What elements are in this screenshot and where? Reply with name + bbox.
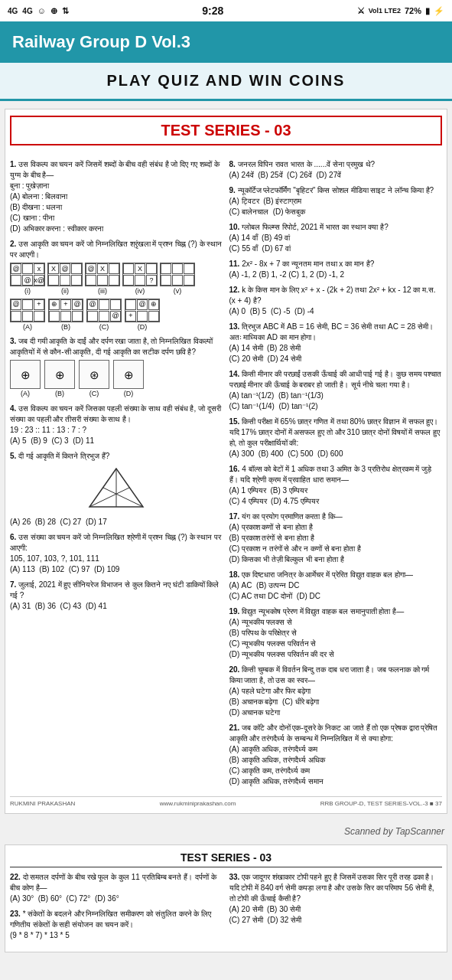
charging-icon: ⚡ (434, 6, 444, 16)
publisher-website: www.rukminiprakashan.com (160, 800, 236, 807)
question-10: 10. ग्लोबल फिल्म्स रिपोर्ट, 2021 में भार… (229, 222, 443, 254)
q2-answer-C: @ @ (86, 299, 122, 322)
q10-text: 10. ग्लोबल फिल्म्स रिपोर्ट, 2021 में भार… (229, 222, 443, 254)
q3-shape-A: ⊕ (10, 360, 41, 389)
q18-text: 18. एक दिष्टधारा जनित्र के आर्मेचर में प… (229, 570, 443, 602)
q15-text: 15. किसी परीक्षा में 65% छात्र गणित में … (229, 416, 443, 459)
vol-text: Vol1 LTE2 (369, 7, 401, 15)
question-23: 23. * संकेतों के बदलने और निम्नलिखित समी… (10, 909, 223, 941)
second-section-title: TEST SERIES - 03 (10, 851, 442, 867)
question-21: 21. जब कॉटे और दोनों एक-दूसरे के निकट आ … (229, 723, 443, 787)
q3-shape-B: ⊕ (44, 360, 75, 389)
second-questions-grid: 22. दो समतल दर्पणों के बीच रखे फूल के कु… (10, 872, 442, 946)
signal-area: 4G 4G ☺ ⊕ ⇅ (8, 6, 69, 16)
q5-text: 5. दी गई आकृति में कितने त्रिभुज हैं? (10, 451, 223, 462)
q33-text: 33. एक जादूगर शंखाकार टोपी पहने हुए है ज… (229, 872, 443, 926)
signal1-text: 4G (8, 7, 18, 15)
q19-text: 19. विद्युत न्यूभकोष प्रेरण में विद्युत … (229, 606, 443, 660)
q11-text: 11. 2x² - 8x + 7 का न्यूनतम मान तथा x का… (229, 259, 443, 280)
question-17: 17. यंग का प्रयोग प्रमाणित करता है कि— (… (229, 511, 443, 565)
content-footer: RUKMINI PRAKASHAN www.rukminiprakashan.c… (10, 796, 442, 807)
question-18: 18. एक दिष्टधारा जनित्र के आर्मेचर में प… (229, 570, 443, 602)
plus-icon: ⊕ (50, 6, 57, 16)
main-content-card: TEST SERIES - 03 1. उस विकल्प का चयन करे… (5, 109, 447, 814)
q3-shape-D: ⊕ (113, 360, 144, 389)
q7-text: 7. जुलाई, 2021 में हुए सीनियरेज विभाजन स… (10, 580, 223, 612)
q2-matrix-1: @ x @x@ (10, 263, 45, 286)
publisher-name: RUKMINI PRAKASHAN (10, 800, 75, 807)
question-6: 6. उस संख्या का चयन करें जो निम्नलिखित श… (10, 532, 223, 575)
q2-answer-B: ⊕+ @ (48, 299, 83, 322)
battery-area: ⚔ Vol1 LTE2 72% ▮ ⚡ (357, 6, 444, 16)
q2-answer-D: @ ⊕+ (125, 299, 160, 322)
second-section: TEST SERIES - 03 22. दो समतल दर्पणों के … (5, 844, 447, 952)
question-5: 5. दी गई आकृति में कितने त्रिभुज हैं? (A… (10, 451, 223, 528)
q22-text: 22. दो समतल दर्पणों के बीच रखे फूल के कु… (10, 872, 223, 904)
q2-matrix-4: X ? (122, 263, 158, 286)
triangle-figure (86, 465, 147, 511)
signal2-text: 4G (22, 7, 32, 15)
whatsapp-icon: ☺ (37, 6, 46, 15)
question-7: 7. जुलाई, 2021 में हुए सीनियरेज विभाजन स… (10, 580, 223, 612)
question-13: 13. त्रिभुज ABC में AB = 16 सेमी, BC = 3… (229, 322, 443, 364)
q20-text: 20. किसी चुम्बक में विवर्तन बिन्दु तक दा… (229, 665, 443, 718)
q2-matrix-2: X@ (47, 263, 83, 286)
alarm-icon: ⚔ (357, 6, 365, 16)
q3-shape-C: ⊛ (79, 360, 109, 389)
question-1: 1. उस विकल्प का चयन करें जिसमें शब्दों क… (10, 159, 223, 234)
q17-text: 17. यंग का प्रयोग प्रमाणित करता है कि— (… (229, 511, 443, 565)
scanned-by: Scanned by TapScanner (0, 822, 452, 841)
second-right-column: 33. एक जादूगर शंखाकार टोपी पहने हुए है ज… (229, 872, 443, 946)
test-series-title: TEST SERIES - 03 (10, 116, 442, 145)
q12-text: 12. k के किस मान के लिए x² + x - (2k + 2… (229, 285, 443, 317)
question-14: 14. किसी मीनार की परछाईं उसकी ऊँचाई की आ… (229, 369, 443, 412)
q6-text: 6. उस संख्या का चयन करें जो निम्नलिखित श… (10, 532, 223, 575)
usb-icon: ⇅ (62, 6, 69, 16)
second-left-column: 22. दो समतल दर्पणों के बीच रखे फूल के कु… (10, 872, 223, 946)
question-9: 9. न्यूकॉर्टेज प्लेटफॉर्मिंग "बृहिटर" कि… (229, 185, 443, 217)
q2-text: 2. उस आकृति का चयन करें जो निम्नलिखित श्… (10, 239, 223, 260)
series-info: RRB GROUP-D, TEST SERIES-VOL.-3 ■ 37 (320, 800, 442, 807)
banner: PLAY QUIZ AND WIN COINS (0, 63, 452, 101)
banner-text: PLAY QUIZ AND WIN COINS (12, 72, 440, 90)
header-title: Railway Group D Vol.3 (12, 32, 440, 52)
battery-percent: 72% (405, 6, 421, 15)
q16-text: 16. 4 बॉल्स को बेटों में 1 अधिक तथा 3 अम… (229, 464, 443, 507)
question-4: 4. उस विकल्प का चयन करें जिसका पहली संख्… (10, 403, 223, 446)
q5-options: (A) 26 (B) 28 (C) 27 (D) 17 (10, 517, 223, 528)
q21-text: 21. जब कॉटे और दोनों एक-दूसरे के निकट आ … (229, 723, 443, 787)
question-19: 19. विद्युत न्यूभकोष प्रेरण में विद्युत … (229, 606, 443, 660)
q2-answer-A: @ + (10, 299, 45, 322)
question-16: 16. 4 बॉल्स को बेटों में 1 अधिक तथा 3 अम… (229, 464, 443, 507)
question-2: 2. उस आकृति का चयन करें जो निम्नलिखित श्… (10, 239, 223, 332)
time-display: 9:28 (202, 5, 223, 17)
question-22: 22. दो समतल दर्पणों के बीच रखे फूल के कु… (10, 872, 223, 904)
question-8: 8. जनरल विपिन रावत भारत के ......वें सेन… (229, 159, 443, 181)
status-bar: 4G 4G ☺ ⊕ ⇅ 9:28 ⚔ Vol1 LTE2 72% ▮ ⚡ (0, 0, 452, 21)
question-33: 33. एक जादूगर शंखाकार टोपी पहने हुए है ज… (229, 872, 443, 926)
question-20: 20. किसी चुम्बक में विवर्तन बिन्दु तक दा… (229, 665, 443, 718)
q2-matrix-5 (160, 263, 195, 286)
q14-text: 14. किसी मीनार की परछाईं उसकी ऊँचाई की आ… (229, 369, 443, 412)
right-column: 8. जनरल विपिन रावत भारत के ......वें सेन… (229, 159, 443, 792)
q3-text: 3. जब दी गयी आकृति के दाईं और दर्पण रखा … (10, 336, 223, 358)
q1-text: 1. उस विकल्प का चयन करें जिसमें शब्दों क… (10, 159, 223, 234)
q23-text: 23. * संकेतों के बदलने और निम्नलिखित समी… (10, 909, 223, 941)
question-15: 15. किसी परीक्षा में 65% छात्र गणित में … (229, 416, 443, 459)
question-3: 3. जब दी गयी आकृति के दाईं और दर्पण रखा … (10, 336, 223, 399)
question-12: 12. k के किस मान के लिए x² + x - (2k + 2… (229, 285, 443, 317)
question-11: 11. 2x² - 8x + 7 का न्यूनतम मान तथा x का… (229, 259, 443, 280)
questions-grid: 1. उस विकल्प का चयन करें जिसमें शब्दों क… (10, 159, 442, 792)
battery-icon: ▮ (425, 6, 430, 16)
left-column: 1. उस विकल्प का चयन करें जिसमें शब्दों क… (10, 159, 223, 792)
q2-matrix-3: @X (85, 263, 120, 286)
q9-text: 9. न्यूकॉर्टेज प्लेटफॉर्मिंग "बृहिटर" कि… (229, 185, 443, 217)
header: Railway Group D Vol.3 (0, 21, 452, 63)
q4-text: 4. उस विकल्प का चयन करें जिसका पहली संख्… (10, 403, 223, 446)
q13-text: 13. त्रिभुज ABC में AB = 16 सेमी, BC = 3… (229, 322, 443, 364)
q8-text: 8. जनरल विपिन रावत भारत के ......वें सेन… (229, 159, 443, 181)
